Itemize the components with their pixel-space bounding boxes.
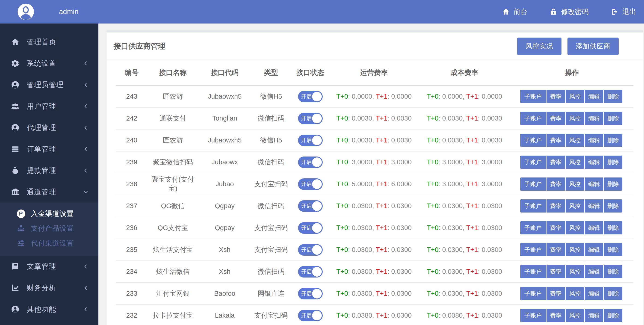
status-toggle[interactable]: 开启 bbox=[298, 134, 323, 146]
action-button-delete[interactable]: 删除 bbox=[604, 134, 622, 147]
toggle-knob bbox=[312, 311, 322, 320]
action-button-edit[interactable]: 编辑 bbox=[585, 287, 603, 300]
sidebar-item-system-settings[interactable]: 系统设置 bbox=[0, 52, 98, 74]
status-toggle[interactable]: 开启 bbox=[298, 91, 323, 102]
action-button-rate[interactable]: 费率 bbox=[546, 156, 565, 169]
action-button-delete[interactable]: 删除 bbox=[604, 265, 622, 278]
fee-separator: , bbox=[372, 246, 376, 253]
action-button-risk[interactable]: 风控 bbox=[566, 243, 584, 256]
action-button-edit[interactable]: 编辑 bbox=[585, 309, 603, 322]
action-button-sub-account[interactable]: 子账户 bbox=[520, 112, 546, 125]
action-button-risk[interactable]: 风控 bbox=[566, 221, 584, 234]
action-button-sub-account[interactable]: 子账户 bbox=[520, 309, 546, 322]
sidebar-item-article-management[interactable]: 文章管理 bbox=[0, 256, 98, 277]
fee-t0-value: 0.0300 bbox=[442, 224, 463, 232]
action-button-rate[interactable]: 费率 bbox=[546, 287, 565, 300]
action-button-rate[interactable]: 费率 bbox=[546, 134, 565, 147]
fee-separator: : bbox=[478, 290, 482, 297]
action-button-delete[interactable]: 删除 bbox=[604, 221, 622, 234]
sidebar-subitem-payout-channel-settings[interactable]: 代付渠道设置 bbox=[0, 236, 98, 250]
action-button-delete[interactable]: 删除 bbox=[604, 112, 622, 125]
action-button-sub-account[interactable]: 子账户 bbox=[520, 200, 546, 212]
action-button-sub-account[interactable]: 子账户 bbox=[520, 90, 546, 103]
status-toggle[interactable]: 开启 bbox=[298, 244, 323, 256]
submenu-channel-management: P入金渠道设置支付产品设置代付渠道设置 bbox=[0, 202, 98, 256]
action-button-edit[interactable]: 编辑 bbox=[585, 90, 603, 103]
action-button-delete[interactable]: 删除 bbox=[604, 287, 622, 300]
action-button-risk[interactable]: 风控 bbox=[566, 90, 584, 103]
action-button-delete[interactable]: 删除 bbox=[604, 309, 622, 322]
action-button-risk[interactable]: 风控 bbox=[566, 178, 584, 190]
sidebar-subitem-deposit-channel-settings[interactable]: P入金渠道设置 bbox=[0, 206, 98, 221]
action-button-edit[interactable]: 编辑 bbox=[585, 156, 603, 169]
fee-separator: : bbox=[438, 114, 442, 122]
action-button-edit[interactable]: 编辑 bbox=[585, 200, 603, 212]
action-button-rate[interactable]: 费率 bbox=[546, 200, 565, 212]
sidebar-subitem-payment-product-settings[interactable]: 支付产品设置 bbox=[0, 221, 98, 236]
sidebar-item-other-functions[interactable]: 其他功能 bbox=[0, 298, 98, 320]
action-button-sub-account[interactable]: 子账户 bbox=[520, 221, 546, 234]
action-button-sub-account[interactable]: 子账户 bbox=[520, 156, 546, 169]
action-button-risk[interactable]: 风控 bbox=[566, 309, 584, 322]
topbar-link-change-password[interactable]: 修改密码 bbox=[550, 7, 589, 16]
action-button-risk[interactable]: 风控 bbox=[566, 200, 584, 212]
action-button-rate[interactable]: 费率 bbox=[546, 178, 565, 190]
action-button-rate[interactable]: 费率 bbox=[546, 221, 565, 234]
fee-t1-label: T+1 bbox=[466, 93, 478, 100]
action-button-rate[interactable]: 费率 bbox=[546, 309, 565, 322]
risk-live-button[interactable]: 风控实况 bbox=[517, 38, 562, 55]
status-toggle[interactable]: 开启 bbox=[298, 156, 323, 168]
sidebar-item-channel-management[interactable]: 通道管理 bbox=[0, 181, 98, 202]
action-button-edit[interactable]: 编辑 bbox=[585, 112, 603, 125]
sidebar-item-order-management[interactable]: 订单管理 bbox=[0, 138, 98, 160]
action-button-delete[interactable]: 删除 bbox=[604, 243, 622, 256]
action-button-edit[interactable]: 编辑 bbox=[585, 178, 603, 190]
action-button-delete[interactable]: 删除 bbox=[604, 178, 622, 190]
sidebar-item-finance-analysis[interactable]: 财务分析 bbox=[0, 277, 98, 298]
action-button-edit[interactable]: 编辑 bbox=[585, 243, 603, 256]
sidebar-item-user-management[interactable]: 用户管理 bbox=[0, 96, 98, 117]
action-button-sub-account[interactable]: 子账户 bbox=[520, 178, 546, 190]
action-button-delete[interactable]: 删除 bbox=[604, 200, 622, 212]
sidebar-item-withdrawal-management[interactable]: 提款管理 bbox=[0, 160, 98, 181]
status-toggle[interactable]: 开启 bbox=[298, 288, 323, 300]
action-button-rate[interactable]: 费率 bbox=[546, 90, 565, 103]
status-toggle[interactable]: 开启 bbox=[298, 113, 323, 124]
action-button-sub-account[interactable]: 子账户 bbox=[520, 243, 546, 256]
action-button-rate[interactable]: 费率 bbox=[546, 243, 565, 256]
status-toggle[interactable]: 开启 bbox=[298, 266, 323, 278]
fee-t0-label: T+0 bbox=[427, 202, 439, 210]
action-button-risk[interactable]: 风控 bbox=[566, 134, 584, 147]
status-toggle[interactable]: 开启 bbox=[298, 178, 323, 190]
action-button-sub-account[interactable]: 子账户 bbox=[520, 265, 546, 278]
action-button-risk[interactable]: 风控 bbox=[566, 287, 584, 300]
row-actions: 子账户费率风控编辑删除 bbox=[510, 178, 634, 190]
sidebar-item-agent-management[interactable]: 代理管理 bbox=[0, 117, 98, 138]
action-button-edit[interactable]: 编辑 bbox=[585, 134, 603, 147]
action-button-risk[interactable]: 风控 bbox=[566, 156, 584, 169]
action-button-rate[interactable]: 费率 bbox=[546, 265, 565, 278]
sidebar-item-admin-management[interactable]: 管理员管理 bbox=[0, 74, 98, 96]
add-supplier-button[interactable]: 添加供应商 bbox=[568, 38, 619, 55]
status-toggle[interactable]: 开启 bbox=[298, 222, 323, 234]
action-button-delete[interactable]: 删除 bbox=[604, 156, 622, 169]
action-button-delete[interactable]: 删除 bbox=[604, 90, 622, 103]
action-button-risk[interactable]: 风控 bbox=[566, 265, 584, 278]
cell-cost-rate: T+0: 0.0080, T+1: 0.0300 bbox=[418, 312, 510, 319]
topbar-link-logout[interactable]: 退出 bbox=[611, 7, 636, 16]
action-button-sub-account[interactable]: 子账户 bbox=[520, 287, 546, 300]
action-button-edit[interactable]: 编辑 bbox=[585, 265, 603, 278]
status-toggle[interactable]: 开启 bbox=[298, 200, 323, 212]
action-button-risk[interactable]: 风控 bbox=[566, 112, 584, 125]
fee-separator: , bbox=[462, 180, 466, 188]
sidebar-item-dashboard[interactable]: 管理首页 bbox=[0, 31, 98, 52]
topbar-link-frontend[interactable]: 前台 bbox=[502, 7, 527, 16]
action-button-sub-account[interactable]: 子账户 bbox=[520, 134, 546, 147]
fee-separator: : bbox=[388, 246, 391, 253]
action-button-edit[interactable]: 编辑 bbox=[585, 221, 603, 234]
status-toggle-label: 开启 bbox=[301, 312, 312, 319]
cell-operating-rate: T+0: 0.0300, T+1: 0.0300 bbox=[330, 202, 418, 210]
fee-t0-value: 3.0000 bbox=[442, 158, 463, 166]
status-toggle[interactable]: 开启 bbox=[298, 310, 323, 321]
action-button-rate[interactable]: 费率 bbox=[546, 112, 565, 125]
